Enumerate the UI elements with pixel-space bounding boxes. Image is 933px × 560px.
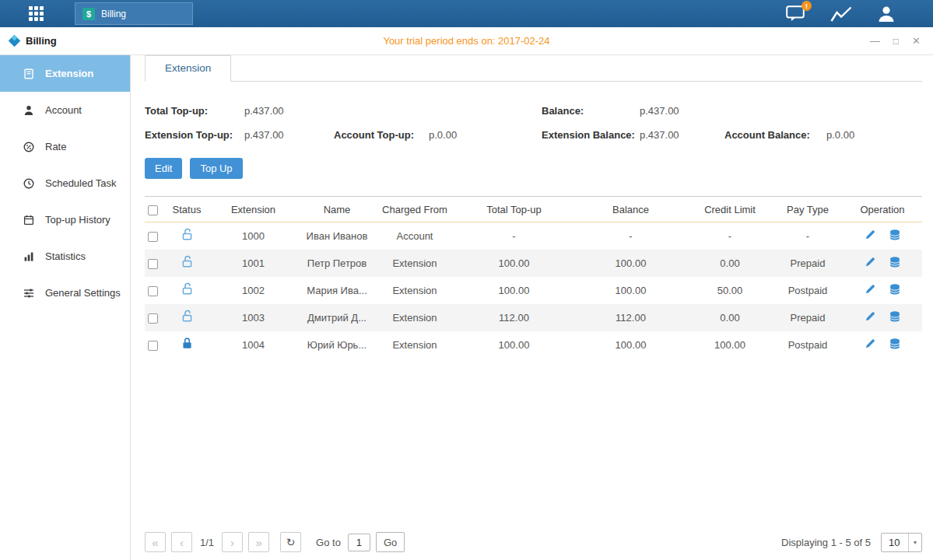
pay-type-cell: - [773, 222, 843, 250]
operation-cell [843, 304, 922, 331]
row-checkbox[interactable] [148, 313, 158, 324]
name-cell: Мария Ива... [298, 277, 376, 304]
row-checkbox-cell [145, 277, 165, 304]
edit-button[interactable]: Edit [145, 158, 182, 179]
sidebar-item-scheduled-task[interactable]: Scheduled Task [0, 165, 130, 201]
edit-icon[interactable] [865, 229, 876, 243]
lock-status-icon[interactable] [181, 310, 194, 323]
sidebar-item-general-settings[interactable]: General Settings [0, 275, 130, 311]
maximize-button[interactable]: □ [893, 37, 899, 46]
caret-down-icon: ▼ [908, 534, 921, 551]
row-checkbox[interactable] [148, 259, 158, 269]
account-balance-label: Account Balance: [724, 129, 826, 141]
table-row[interactable]: 1004 Юрий Юрь... Extension 100.00 100.00… [145, 331, 922, 359]
sidebar-item-topup-history[interactable]: Top-up History [0, 201, 130, 238]
row-checkbox[interactable] [148, 232, 158, 242]
table-row[interactable]: 1002 Мария Ива... Extension 100.00 100.0… [145, 277, 922, 304]
taskbar-billing-tab[interactable]: $ Billing [75, 2, 193, 25]
billing-dollar-icon: $ [82, 8, 95, 20]
main-panel: Extension Total Top-up: p.437.00 Balance… [131, 55, 933, 560]
trial-notice: Your trial period ends on: 2017-02-24 [383, 35, 549, 47]
sidebar-item-rate[interactable]: Rate [0, 128, 130, 165]
lock-status-icon[interactable] [181, 228, 194, 241]
statistics-chart-icon[interactable] [830, 5, 852, 23]
header-total-topup: Total Top-up [454, 197, 574, 222]
table-header-row: Status Extension Name Charged From Total… [145, 197, 922, 222]
pay-type-cell: Prepaid [773, 304, 843, 331]
edit-icon[interactable] [865, 256, 876, 270]
close-button[interactable]: ✕ [912, 36, 921, 46]
table-row[interactable]: 1000 Иван Иванов Account - - - - [145, 222, 922, 250]
app-grid-icon[interactable] [29, 6, 44, 21]
extension-cell: 1001 [209, 250, 298, 277]
prev-page-button[interactable]: ‹ [171, 532, 192, 552]
edit-icon[interactable] [865, 283, 876, 297]
tab-extension[interactable]: Extension [145, 55, 231, 82]
pay-type-cell: Postpaid [773, 331, 843, 359]
pagination: « ‹ 1/1 › » ↻ Go to Go Displaying 1 - 5 … [145, 532, 922, 552]
top-up-button[interactable]: Top Up [190, 158, 242, 179]
top-up-icon[interactable] [889, 256, 901, 271]
table-row[interactable]: 1003 Дмитрий Д... Extension 112.00 112.0… [145, 304, 922, 331]
first-page-button[interactable]: « [145, 532, 166, 552]
minimize-button[interactable]: — [870, 36, 880, 46]
extension-balance-label: Extension Balance: [542, 129, 640, 141]
balance-value: p.437.00 [640, 105, 679, 117]
user-account-icon[interactable] [877, 5, 896, 23]
balance-cell: 100.00 [574, 250, 687, 277]
total-topup-cell: 100.00 [454, 250, 574, 277]
top-up-icon[interactable] [889, 229, 901, 243]
extension-cell: 1003 [209, 304, 298, 331]
extension-icon [23, 68, 35, 80]
balance-label: Balance: [542, 105, 640, 117]
go-button[interactable]: Go [376, 532, 405, 552]
edit-icon[interactable] [865, 338, 876, 352]
operation-cell [843, 331, 922, 359]
status-cell [165, 331, 209, 359]
header-operation: Operation [843, 197, 922, 222]
notifications-icon[interactable]: ! [786, 5, 805, 22]
status-cell [165, 250, 209, 277]
total-topup-value: p.437.00 [244, 105, 284, 117]
lock-status-icon[interactable] [181, 337, 194, 350]
lock-status-icon[interactable] [181, 255, 194, 268]
select-all-checkbox[interactable] [148, 205, 158, 215]
edit-icon[interactable] [865, 310, 876, 324]
status-cell [165, 304, 209, 331]
sliders-icon [23, 287, 35, 299]
operation-cell [843, 222, 922, 250]
content-area: Extension Account Rate Scheduled Task [0, 55, 933, 560]
total-topup-cell: 100.00 [454, 277, 574, 304]
account-topup-value: p.0.00 [429, 129, 457, 141]
billing-logo-icon [8, 34, 21, 47]
page-size-select[interactable]: 10 ▼ [881, 533, 922, 552]
header-credit-limit: Credit Limit [687, 197, 773, 222]
extension-topup-value: p.437.00 [244, 129, 284, 141]
goto-page-input[interactable] [348, 534, 370, 551]
page-size-value: 10 [882, 534, 908, 551]
clock-icon [23, 177, 35, 190]
sidebar: Extension Account Rate Scheduled Task [0, 55, 131, 560]
table-row[interactable]: 1001 Петр Петров Extension 100.00 100.00… [145, 250, 922, 277]
header-name: Name [298, 197, 376, 222]
calendar-icon [23, 214, 35, 226]
sidebar-item-statistics[interactable]: Statistics [0, 238, 130, 275]
credit-limit-cell: - [687, 222, 773, 250]
status-cell [165, 277, 209, 304]
refresh-button[interactable]: ↻ [280, 532, 301, 552]
name-cell: Дмитрий Д... [298, 304, 376, 331]
sidebar-item-label: Top-up History [45, 214, 110, 226]
lock-status-icon[interactable] [181, 282, 194, 296]
top-up-icon[interactable] [889, 338, 901, 352]
sidebar-item-label: Statistics [45, 250, 86, 262]
row-checkbox[interactable] [148, 286, 158, 296]
sidebar-item-extension[interactable]: Extension [0, 55, 130, 92]
sidebar-item-account[interactable]: Account [0, 92, 130, 128]
top-up-icon[interactable] [889, 283, 901, 298]
row-checkbox[interactable] [148, 341, 158, 351]
top-up-icon[interactable] [889, 310, 901, 325]
task-tab-label: Billing [101, 9, 126, 19]
last-page-button[interactable]: » [248, 532, 269, 552]
next-page-button[interactable]: › [222, 532, 243, 552]
credit-limit-cell: 0.00 [687, 304, 773, 331]
